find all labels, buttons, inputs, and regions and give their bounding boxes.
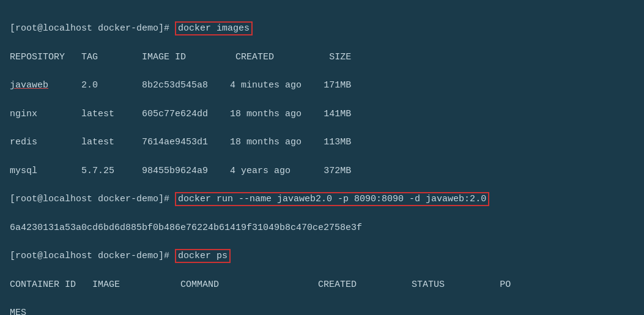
img-spacer-2 [37, 109, 81, 119]
line-docker-ps: [root@localhost docker-demo]# docker ps [10, 249, 634, 263]
img-size-redis: 113MB [324, 137, 351, 147]
col-imgid-hdr: IMAGE ID [142, 52, 235, 62]
img-id-nginx: 605c77e624dd [142, 109, 230, 119]
img-id-redis: 7614ae9453d1 [142, 137, 230, 147]
cmd-docker-images: docker images [175, 21, 253, 35]
img-repo-mysql: mysql [10, 166, 37, 176]
hash-line: 6a4230131a53a0cd6bd6d885bf0b486e76224b61… [10, 221, 634, 235]
image-row-mysql: mysql 5.7.25 98455b9624a9 4 years ago 37… [10, 164, 634, 178]
img-repo-redis: redis [10, 137, 37, 147]
col-repo-hdr: REPOSITORY [10, 52, 81, 62]
img-spacer-4 [37, 166, 81, 176]
img-spacer-1 [48, 80, 81, 91]
cmd-docker-ps: docker ps [175, 249, 231, 263]
img-tag-javaweb: 2.0 [81, 80, 142, 91]
col-created-hdr: CREATED [235, 52, 329, 62]
img-created-redis: 18 months ago [230, 137, 324, 147]
container-hash: 6a4230131a53a0cd6bd6d885bf0b486e76224b61… [10, 223, 362, 233]
image-row-javaweb: javaweb 2.0 8b2c53d545a8 4 minutes ago 1… [10, 78, 634, 92]
img-repo-nginx: nginx [10, 109, 37, 119]
col-tag-hdr: TAG [81, 52, 142, 62]
img-id-javaweb: 8b2c53d545a8 [142, 80, 230, 91]
img-created-mysql: 4 years ago [230, 166, 324, 176]
terminal: [root@localhost docker-demo]# docker ima… [10, 7, 634, 315]
line-docker-run: [root@localhost docker-demo]# docker run… [10, 192, 634, 206]
prompt-1: [root@localhost docker-demo]# [10, 23, 175, 34]
img-size-javaweb: 171MB [324, 80, 351, 91]
prompt-3: [root@localhost docker-demo]# [10, 251, 175, 261]
img-tag-mysql: 5.7.25 [81, 166, 142, 176]
img-repo-javaweb: javaweb [10, 80, 48, 91]
images-header: REPOSITORY TAG IMAGE ID CREATED SIZE [10, 50, 634, 64]
img-tag-redis: latest [81, 137, 142, 147]
ps-header-1: CONTAINER ID IMAGE COMMAND CREATED STATU… [10, 278, 634, 292]
col-size-hdr: SIZE [329, 52, 351, 62]
prompt-2: [root@localhost docker-demo]# [10, 194, 175, 204]
cmd-docker-run: docker run --name javaweb2.0 -p 8090:809… [175, 192, 489, 206]
ps-header-2: MES [10, 306, 634, 315]
img-created-javaweb: 4 minutes ago [230, 80, 324, 91]
img-tag-nginx: latest [81, 109, 142, 119]
line-1: [root@localhost docker-demo]# docker ima… [10, 21, 634, 35]
image-row-nginx: nginx latest 605c77e624dd 18 months ago … [10, 107, 634, 121]
img-id-mysql: 98455b9624a9 [142, 166, 230, 176]
image-row-redis: redis latest 7614ae9453d1 18 months ago … [10, 135, 634, 149]
img-size-mysql: 372MB [324, 166, 351, 176]
img-size-nginx: 141MB [324, 109, 351, 119]
img-spacer-3 [37, 137, 81, 147]
img-created-nginx: 18 months ago [230, 109, 324, 119]
